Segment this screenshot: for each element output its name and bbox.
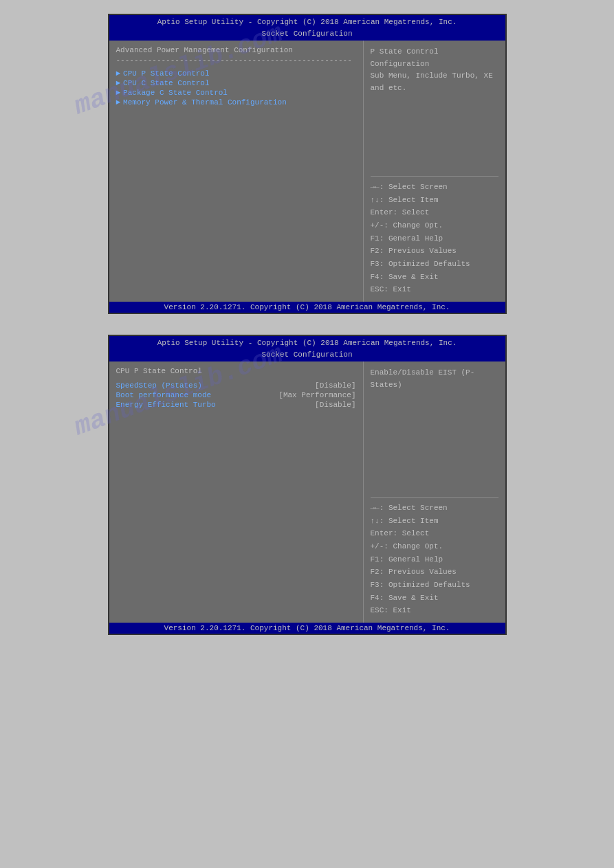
key-f1-1: F1: General Help	[371, 232, 498, 245]
arrow-icon-1: ►	[116, 69, 121, 78]
menu-item-package-c-state[interactable]: ► Package C State Control	[116, 88, 356, 98]
bios-subtitle-2: Socket Configuration	[112, 349, 503, 361]
key-select-item-2: ↑↓: Select Item	[371, 515, 498, 528]
key-f3-1: F3: Optimized Defaults	[371, 258, 498, 271]
bios-footer-2: Version 2.20.1271. Copyright (C) 2018 Am…	[109, 623, 505, 634]
settings-group: SpeedStep (Pstates) [Disable] Boot perfo…	[116, 381, 356, 410]
key-f3-2: F3: Optimized Defaults	[371, 579, 498, 592]
bios-left-panel-2: CPU P State Control SpeedStep (Pstates) …	[109, 361, 364, 623]
key-change-opt-1: +/-: Change Opt.	[371, 219, 498, 232]
key-hints-1: →←: Select Screen ↑↓: Select Item Enter:…	[371, 181, 498, 296]
arrow-icon-4: ►	[116, 98, 121, 107]
help-line-p2: Enable/Disable EIST (P-States)	[371, 367, 498, 391]
menu-item-memory-power[interactable]: ► Memory Power & Thermal Configuration	[116, 98, 356, 107]
setting-value-energy-turbo: [Disable]	[315, 401, 355, 409]
key-enter-1: Enter: Select	[371, 206, 498, 219]
setting-label-boot-perf: Boot performance mode	[116, 391, 212, 399]
help-line-1: P State Control Configuration	[371, 46, 498, 70]
menu-item-cpu-p-state[interactable]: ► CPU P State Control	[116, 69, 356, 78]
key-select-item-1: ↑↓: Select Item	[371, 194, 498, 207]
bios-subtitle-1: Socket Configuration	[112, 28, 503, 40]
bios-right-panel-2: Enable/Disable EIST (P-States) →←: Selec…	[364, 361, 505, 623]
setting-value-speedstep: [Disable]	[315, 381, 355, 390]
key-select-screen-2: →←: Select Screen	[371, 502, 498, 515]
setting-label-energy-turbo: Energy Efficient Turbo	[116, 401, 216, 409]
help-text-1: P State Control Configuration Sub Menu, …	[371, 46, 498, 94]
bios-header-1: Aptio Setup Utility - Copyright (C) 2018…	[109, 15, 505, 41]
arrow-icon-2: ►	[116, 79, 121, 87]
key-change-opt-2: +/-: Change Opt.	[371, 540, 498, 553]
bios-panel-1: Aptio Setup Utility - Copyright (C) 2018…	[108, 14, 507, 314]
setting-row-boot-perf[interactable]: Boot performance mode [Max Performance]	[116, 390, 356, 400]
menu-item-cpu-c-state[interactable]: ► CPU C State Control	[116, 78, 356, 88]
divider-1: ----------------------------------------…	[116, 56, 356, 65]
key-esc-2: ESC: Exit	[371, 604, 498, 617]
bios-title-2: Aptio Setup Utility - Copyright (C) 2018…	[112, 337, 503, 349]
bios-title-1: Aptio Setup Utility - Copyright (C) 2018…	[112, 16, 503, 28]
setting-row-speedstep[interactable]: SpeedStep (Pstates) [Disable]	[116, 381, 356, 390]
bios-panel-2: Aptio Setup Utility - Copyright (C) 2018…	[108, 335, 507, 635]
bios-right-panel-1: P State Control Configuration Sub Menu, …	[364, 41, 505, 302]
setting-row-energy-turbo[interactable]: Energy Efficient Turbo [Disable]	[116, 400, 356, 410]
key-esc-1: ESC: Exit	[371, 283, 498, 296]
help-line-3: and etc.	[371, 82, 498, 95]
key-f4-1: F4: Save & Exit	[371, 271, 498, 284]
help-text-2: Enable/Disable EIST (P-States)	[371, 367, 498, 391]
bios-body-1: Advanced Power Management Configuration …	[109, 41, 505, 302]
setting-label-speedstep: SpeedStep (Pstates)	[116, 381, 202, 390]
bios-footer-1: Version 2.20.1271. Copyright (C) 2018 Am…	[109, 302, 505, 313]
bios-left-panel-1: Advanced Power Management Configuration …	[109, 41, 364, 302]
help-line-2: Sub Menu, Include Turbo, XE	[371, 70, 498, 82]
panel-title-2: CPU P State Control	[116, 367, 356, 375]
menu-item-label-1: CPU P State Control	[123, 69, 209, 78]
right-spacer-1	[371, 101, 498, 176]
key-f2-2: F2: Previous Values	[371, 566, 498, 579]
menu-item-label-2: CPU C State Control	[123, 79, 209, 87]
section-title-1: Advanced Power Management Configuration	[116, 46, 356, 54]
key-enter-2: Enter: Select	[371, 527, 498, 540]
setting-value-boot-perf: [Max Performance]	[278, 391, 355, 399]
key-f2-1: F2: Previous Values	[371, 245, 498, 258]
bios-body-2: CPU P State Control SpeedStep (Pstates) …	[109, 361, 505, 623]
key-hints-2: →←: Select Screen ↑↓: Select Item Enter:…	[371, 502, 498, 617]
right-spacer-2	[371, 398, 498, 498]
bios-header-2: Aptio Setup Utility - Copyright (C) 2018…	[109, 336, 505, 361]
menu-item-label-4: Memory Power & Thermal Configuration	[123, 98, 287, 107]
key-f1-2: F1: General Help	[371, 553, 498, 566]
menu-item-label-3: Package C State Control	[123, 89, 228, 97]
key-f4-2: F4: Save & Exit	[371, 592, 498, 605]
key-select-screen-1: →←: Select Screen	[371, 181, 498, 194]
arrow-icon-3: ►	[116, 89, 121, 97]
